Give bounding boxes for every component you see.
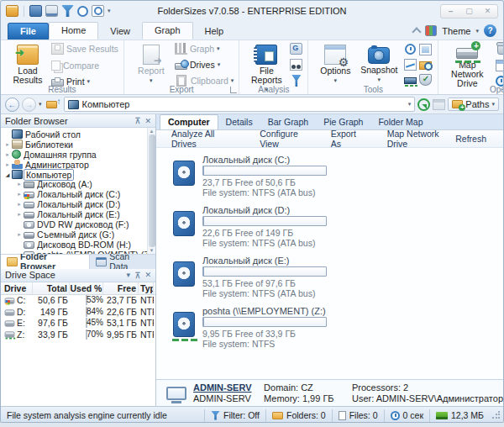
location-dropdown-icon[interactable]: ▾ [408,101,412,108]
tree-item[interactable]: Домашняя группа [3,150,147,160]
tab-pie-graph[interactable]: Pie Graph [316,115,370,129]
expander-icon[interactable] [15,250,24,254]
reports-icon[interactable] [45,5,58,17]
filter-status[interactable]: Filter: Off [204,409,265,422]
tree-item[interactable]: DVD RW дисковод (F:) [3,219,147,229]
qat-dropdown-icon[interactable]: ▾ [108,8,111,14]
tree-item[interactable]: Локальный диск (C:) [3,189,147,199]
help-icon[interactable] [484,24,496,37]
load-results-icon[interactable] [29,5,42,17]
collapse-ribbon-icon[interactable] [412,27,422,36]
snapshot-button[interactable]: Snapshot ▾ [357,43,401,84]
system-info-icon[interactable] [419,44,432,55]
trend-chart-icon[interactable] [404,59,417,71]
expander-icon[interactable] [15,180,24,188]
tab-graph[interactable]: Graph [142,22,193,40]
options-button[interactable]: Options ▾ [313,43,357,85]
pin-icon[interactable] [134,116,140,125]
history-dropdown-icon[interactable]: ▾ [39,101,42,108]
report-button[interactable]: Report ▾ [129,43,173,85]
col-free[interactable]: Free [103,282,139,294]
expander-icon[interactable] [15,200,24,208]
col-total[interactable]: Total [33,282,70,294]
analyze-all-drives-button[interactable]: Analyze All Drives [168,129,233,149]
expander-icon[interactable] [15,210,24,219]
refresh-button[interactable]: Refresh [452,134,490,144]
table-row[interactable]: D: 149 ГБ 84% 22,6 ГБ NTFS [1,306,155,318]
expander-icon[interactable] [3,171,12,179]
table-row[interactable]: Z: 33,9 ГБ 70% 9,95 ГБ NTFS [1,329,155,340]
tab-folder-browser[interactable]: Folder Browser [1,255,90,269]
graph-button[interactable]: Graph ▾ [175,43,234,55]
tab-help[interactable]: Help [193,24,236,40]
up-folder-button[interactable] [45,98,61,112]
tree-item[interactable]: Рабочий стол [3,129,147,140]
network-scan-icon[interactable] [404,77,417,84]
compare-button[interactable]: Compare [51,61,118,71]
pane-menu-icon[interactable] [127,271,131,279]
tab-view[interactable]: View [98,24,142,40]
theme-button[interactable]: Theme [442,26,470,36]
table-row[interactable]: E: 97,6 ГБ 45% 53,1 ГБ NTFS [1,318,155,329]
close-pane-icon[interactable] [144,271,151,279]
drive-name[interactable]: Локальный диск (D:) [202,205,327,215]
configure-view-button[interactable]: Configure View [256,129,312,149]
pin-icon[interactable] [134,271,140,280]
empty-recycle-bin-button[interactable]: Empty Recycle Bin [496,43,504,55]
table-row[interactable]: C: 50,6 ГБ 53% 23,7 ГБ NTFS [1,295,155,307]
close-pane-icon[interactable] [144,117,151,125]
drive-item[interactable]: Локальный диск (E:) 53,1 ГБ Free of 97,6… [173,256,503,298]
location-combobox[interactable]: Компьютер ▾ [64,97,416,112]
tree-item[interactable]: Локальный диск (D:) [3,199,147,209]
tree-scrollbar[interactable]: ▲▼ [147,128,155,254]
tree-item[interactable]: Локальный диск (E:) [3,209,147,219]
file-search-icon[interactable] [419,61,432,70]
scroll-thumb[interactable] [149,134,155,247]
drive-item[interactable]: Локальный диск (C:) 23,7 ГБ Free of 50,6… [173,155,503,198]
disk-usage-icon[interactable] [290,43,302,55]
theme-dropdown-icon[interactable]: ▾ [475,28,479,34]
expander-icon[interactable] [15,230,24,239]
scheduler-icon[interactable] [77,6,88,17]
drive-item[interactable]: Локальный диск (D:) 22,6 ГБ Free of 149 … [173,205,503,248]
drive-name[interactable]: Локальный диск (C:) [202,155,327,165]
refresh-icon[interactable] [417,98,430,111]
search-icon[interactable] [92,5,104,17]
map-network-drive-button[interactable]: Map Network Drive [384,129,453,149]
col-drive[interactable]: Drive [3,282,33,294]
tree-item[interactable]: Дисковод BD-ROM (H:) [3,240,147,250]
save-results-button[interactable]: Save Results [51,43,118,55]
add-remove-programs-button[interactable]: Add/Remove Programs [496,60,504,71]
load-results-button[interactable]: Load Results [6,43,50,85]
tree-item[interactable]: poshta (\\EMPLOYMENT) (Z:) [3,250,147,254]
minimize-button[interactable] [442,5,459,18]
tab-details[interactable]: Details [218,115,260,129]
tree-item-selected[interactable]: Компьютер [3,170,147,180]
scroll-up-icon[interactable]: ▲ [150,129,155,134]
export-grid-icon[interactable] [433,99,445,110]
tab-computer[interactable]: Computer [160,114,218,129]
export-as-button[interactable]: Export As [328,129,365,149]
resize-grip[interactable] [491,411,500,419]
expander-icon[interactable] [15,190,24,198]
back-button[interactable] [5,98,19,112]
tab-home[interactable]: Home [49,22,98,40]
scheduler-icon[interactable] [405,44,416,55]
tab-scan-data[interactable]: Scan Data [90,255,155,269]
tab-bar-graph[interactable]: Bar Graph [260,115,316,129]
col-used[interactable]: Used % [70,282,103,294]
search-report-icon[interactable] [290,59,302,71]
forward-button[interactable] [22,98,36,112]
map-network-drive-button[interactable]: Map Network Drive [444,43,491,88]
paths-button[interactable]: Paths ▾ [448,98,499,111]
col-type[interactable]: Type [139,282,154,294]
maximize-button[interactable] [460,5,478,18]
expander-icon[interactable] [3,140,12,149]
filter-icon[interactable] [61,5,74,17]
host-name-link[interactable]: ADMIN-SERV [193,382,257,393]
tab-folder-map[interactable]: Folder Map [370,115,430,129]
scroll-down-icon[interactable]: ▼ [150,248,155,253]
close-button[interactable] [479,5,496,18]
drive-name[interactable]: poshta (\\EMPLOYMENT) (Z:) [202,306,327,316]
tree-item[interactable]: Дисковод (A:) [3,179,147,189]
